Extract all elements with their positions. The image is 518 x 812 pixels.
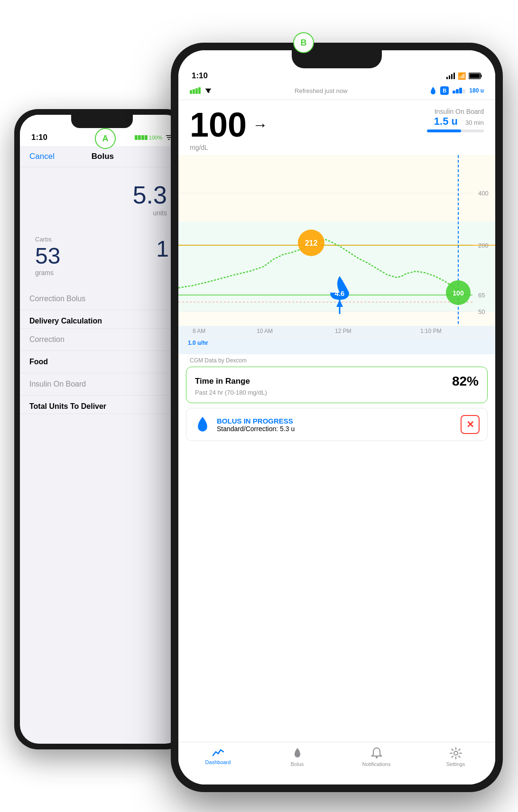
svg-rect-2 bbox=[168, 139, 170, 140]
svg-rect-1 bbox=[167, 137, 171, 138]
carbs-row: Carbs 53 grams 1 bbox=[28, 230, 176, 282]
carbs-box[interactable]: Carbs 53 grams bbox=[28, 230, 134, 282]
bolus-icon bbox=[292, 747, 303, 759]
delivery-calculation-label: Delivery Calculation bbox=[29, 317, 102, 325]
iob-time: 30 min bbox=[465, 119, 484, 126]
bg-number-row: 100 → bbox=[190, 108, 268, 142]
cancel-button[interactable]: Cancel bbox=[29, 152, 55, 161]
delivery-calculation-item[interactable]: Delivery Calculation bbox=[20, 310, 184, 329]
bolus-banner-text: BOLUS IN PROGRESS Standard/Correction: 5… bbox=[217, 417, 455, 433]
carbs-value: 53 bbox=[35, 243, 126, 269]
signal-bars bbox=[446, 73, 455, 79]
tab-settings-label: Settings bbox=[446, 761, 465, 767]
svg-text:100: 100 bbox=[453, 289, 464, 297]
tab-settings[interactable]: Settings bbox=[416, 747, 495, 767]
svg-text:1.0 u/hr: 1.0 u/hr bbox=[188, 340, 208, 346]
bolus-title: Bolus bbox=[92, 152, 114, 161]
bg-chart: 212 100 4.6 400 200 65 50 bbox=[178, 155, 495, 354]
cgm-header: Refreshed just now B 180 u bbox=[178, 84, 495, 100]
battery-units-label: 180 u bbox=[469, 87, 484, 94]
phone-a-notch bbox=[71, 115, 133, 128]
iob-title: Insulin On Board bbox=[427, 108, 484, 115]
phone-a-battery: 100% bbox=[135, 135, 162, 140]
correction-item[interactable]: Correction bbox=[20, 329, 184, 351]
iob-bar bbox=[427, 129, 484, 132]
tab-notifications[interactable]: Notifications bbox=[337, 747, 416, 767]
svg-rect-6 bbox=[178, 155, 495, 221]
tir-percent: 82% bbox=[452, 374, 479, 389]
svg-text:212: 212 bbox=[305, 239, 318, 247]
bolus-close-button[interactable]: ✕ bbox=[461, 415, 480, 434]
bg-value-b: 100 bbox=[190, 108, 247, 142]
svg-rect-4 bbox=[481, 74, 482, 77]
carbs-label: Carbs bbox=[35, 236, 126, 243]
tab-dashboard[interactable]: Dashboard bbox=[178, 747, 258, 765]
tab-dashboard-label: Dashboard bbox=[205, 759, 231, 765]
dashboard-icon bbox=[212, 747, 224, 757]
wifi-icon: 📶 bbox=[458, 72, 466, 80]
label-a: A bbox=[95, 128, 116, 149]
svg-text:10 AM: 10 AM bbox=[257, 328, 273, 334]
svg-text:400: 400 bbox=[478, 190, 489, 197]
phone-a-screen: 1:10 100% Cancel Bolus 5.3 bbox=[20, 115, 184, 744]
units-label: units bbox=[37, 209, 167, 217]
phone-b-time: 1:10 bbox=[192, 71, 208, 81]
iob-value: 1.5 u bbox=[434, 115, 458, 128]
bg-reading-area: 100 → mg/dL Insulin On Board 1.5 u 30 mi… bbox=[178, 100, 495, 155]
cgm-filter-icon[interactable] bbox=[204, 87, 212, 94]
svg-text:4.6: 4.6 bbox=[335, 289, 345, 297]
units-value: 5.3 bbox=[37, 181, 167, 209]
correction-bolus-item[interactable]: Correction Bolus bbox=[20, 288, 184, 310]
phone-a: 1:10 100% Cancel Bolus 5.3 bbox=[14, 109, 190, 749]
svg-rect-5 bbox=[470, 74, 480, 78]
bolus-in-progress-subtitle: Standard/Correction: 5.3 u bbox=[217, 425, 455, 433]
tab-bolus[interactable]: Bolus bbox=[258, 747, 337, 767]
settings-icon bbox=[450, 747, 462, 759]
total-units-label: Total Units To Deliver bbox=[29, 402, 106, 410]
food-label: Food bbox=[29, 358, 48, 366]
tir-subtitle: Past 24 hr (70-180 mg/dL) bbox=[195, 389, 479, 396]
bolus-banner: BOLUS IN PROGRESS Standard/Correction: 5… bbox=[186, 408, 488, 441]
svg-text:200: 200 bbox=[478, 242, 489, 249]
reservoir-bars bbox=[453, 88, 465, 93]
carbs-unit: grams bbox=[35, 269, 126, 277]
svg-point-35 bbox=[376, 757, 378, 758]
svg-text:8 AM: 8 AM bbox=[193, 328, 205, 334]
phone-a-time: 1:10 bbox=[31, 133, 47, 142]
label-b: B bbox=[293, 32, 314, 53]
b-badge: B bbox=[440, 86, 449, 95]
tir-title: Time in Range bbox=[195, 377, 250, 386]
bg-value: 1 bbox=[156, 236, 169, 262]
cgm-refresh-label: Refreshed just now bbox=[295, 87, 347, 94]
notifications-icon bbox=[371, 747, 382, 759]
phone-b-content: 1:10 📶 bbox=[178, 50, 495, 784]
svg-text:1:10 PM: 1:10 PM bbox=[420, 328, 442, 334]
bg-unit-label: mg/dL bbox=[190, 144, 268, 151]
drop-icon-header bbox=[430, 86, 436, 95]
correction-bolus-label: Correction Bolus bbox=[29, 295, 85, 303]
tab-notifications-label: Notifications bbox=[362, 761, 391, 767]
chart-area: 212 100 4.6 400 200 65 50 bbox=[178, 155, 495, 354]
cgm-header-right: B 180 u bbox=[430, 86, 484, 95]
correction-label: Correction bbox=[29, 335, 65, 343]
iob-label: Insulin On Board bbox=[29, 380, 86, 388]
svg-text:50: 50 bbox=[478, 308, 485, 315]
cgm-data-label: CGM Data by Dexcom bbox=[178, 354, 495, 367]
time-in-range-card[interactable]: Time in Range 82% Past 24 hr (70-180 mg/… bbox=[186, 367, 488, 403]
bolus-in-progress-title: BOLUS IN PROGRESS bbox=[217, 417, 455, 425]
phone-b: 1:10 📶 bbox=[171, 43, 503, 792]
tab-bolus-label: Bolus bbox=[291, 761, 304, 767]
total-units-item[interactable]: Total Units To Deliver bbox=[20, 396, 184, 414]
units-display: 5.3 units bbox=[28, 173, 176, 224]
bolus-header: Cancel Bolus bbox=[20, 146, 184, 167]
svg-point-36 bbox=[454, 751, 458, 755]
iob-item[interactable]: Insulin On Board bbox=[20, 373, 184, 396]
iob-box: Insulin On Board 1.5 u 30 min bbox=[427, 108, 484, 132]
food-item[interactable]: Food bbox=[20, 351, 184, 373]
tab-bar: Dashboard Bolus Notifications bbox=[178, 742, 495, 784]
phone-b-screen: 1:10 📶 bbox=[178, 50, 495, 784]
svg-text:65: 65 bbox=[478, 292, 485, 299]
cgm-battery bbox=[190, 87, 201, 94]
bolus-drop-icon bbox=[194, 416, 211, 433]
svg-text:12 PM: 12 PM bbox=[335, 328, 352, 334]
